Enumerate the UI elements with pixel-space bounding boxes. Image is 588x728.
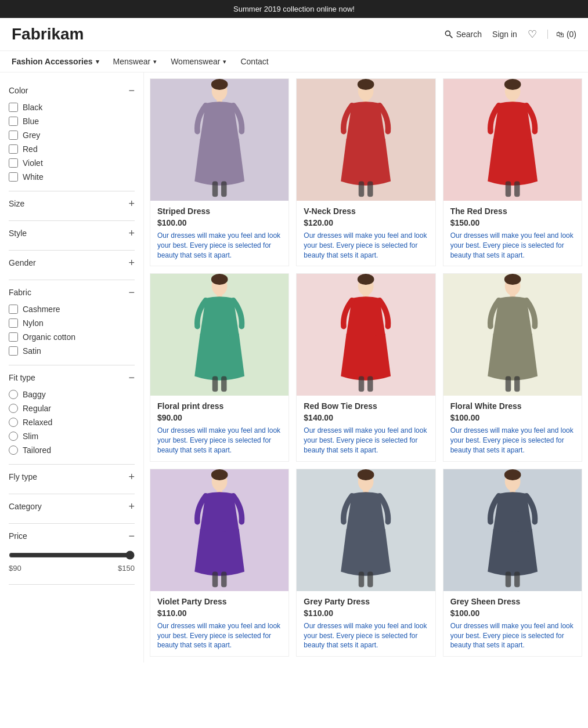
fabric-filter-header[interactable]: Fabric −: [9, 287, 135, 298]
fabric-filter-toggle[interactable]: −: [128, 287, 135, 298]
nav-item-menswear[interactable]: Menswear ▾: [113, 57, 157, 66]
fabric-checkbox-nylon[interactable]: Nylon: [9, 318, 135, 328]
color-checkbox-violet[interactable]: Violet: [9, 158, 135, 168]
gender-filter-header[interactable]: Gender +: [9, 258, 135, 268]
price-filter-toggle[interactable]: −: [128, 531, 135, 541]
dress-figure-svg: [150, 79, 288, 201]
svg-rect-5: [212, 182, 218, 197]
flytype-filter-toggle[interactable]: +: [128, 472, 135, 482]
price-slider-container: $90 $150: [9, 546, 135, 577]
product-price: $90.00: [157, 413, 282, 422]
nav-item-fashion-accessories[interactable]: Fashion Accessories ▾: [12, 57, 99, 66]
product-info: Floral White Dress$100.00Our dresses wil…: [443, 396, 582, 461]
color-checkbox-blue[interactable]: Blue: [9, 117, 135, 126]
product-image-area: [150, 79, 288, 201]
nav-item-label: Contact: [240, 57, 268, 66]
product-card[interactable]: Violet Party Dress$110.00Our dresses wil…: [150, 469, 289, 657]
color-checkbox-input-violet[interactable]: [9, 158, 18, 168]
wishlist-icon[interactable]: ♡: [528, 28, 537, 41]
dress-figure-svg: [297, 274, 435, 396]
fittype-radio-slim[interactable]: Slim: [9, 432, 135, 441]
fittype-radio-input[interactable]: [9, 432, 18, 441]
svg-rect-40: [359, 571, 365, 587]
fittype-option-label: Relaxed: [23, 418, 52, 427]
flytype-filter-header[interactable]: Fly type +: [9, 472, 135, 482]
fittype-radio-input[interactable]: [9, 446, 18, 455]
fittype-radio-baggy[interactable]: Baggy: [9, 390, 135, 399]
fittype-radio-tailored[interactable]: Tailored: [9, 446, 135, 455]
product-name: Floral print dress: [157, 401, 282, 411]
fabric-checkbox-organic-cotton[interactable]: Organic cotton: [9, 332, 135, 342]
nav-item-womenswear[interactable]: Womenswear ▾: [171, 57, 226, 66]
product-card[interactable]: Grey Sheen Dress$100.00Our dresses will …: [443, 469, 582, 657]
color-checkbox-grey[interactable]: Grey: [9, 131, 135, 140]
banner-text: Summer 2019 collection online now!: [233, 5, 355, 13]
color-checkbox-input-red[interactable]: [9, 144, 18, 154]
color-checkbox-red[interactable]: Red: [9, 144, 135, 154]
category-filter-toggle[interactable]: +: [128, 501, 135, 512]
gender-filter-section: Gender +: [9, 251, 135, 280]
svg-point-33: [211, 469, 228, 480]
nav-item-label: Menswear: [113, 57, 151, 66]
color-checkbox-white[interactable]: White: [9, 172, 135, 182]
product-info: Grey Party Dress$110.00Our dresses will …: [297, 591, 435, 656]
svg-point-28: [504, 274, 521, 285]
fittype-filter-toggle[interactable]: −: [128, 372, 135, 383]
price-min: $90: [9, 564, 21, 573]
product-card[interactable]: V-Neck Dress$120.00Our dresses will make…: [296, 78, 435, 266]
fabric-checkbox-cashmere[interactable]: Cashmere: [9, 305, 135, 314]
color-filter-header[interactable]: Color −: [9, 85, 135, 96]
logo[interactable]: Fabrikam: [12, 25, 444, 44]
color-filter-label: Color: [9, 86, 28, 95]
color-checkbox-input-black[interactable]: [9, 103, 18, 112]
size-filter-header[interactable]: Size +: [9, 198, 135, 209]
color-checkbox-input-blue[interactable]: [9, 117, 18, 126]
price-slider[interactable]: [9, 550, 135, 560]
fittype-radio-input[interactable]: [9, 390, 18, 399]
fittype-radio-input[interactable]: [9, 404, 18, 413]
size-filter-toggle[interactable]: +: [128, 198, 135, 209]
product-card[interactable]: Floral print dress$90.00Our dresses will…: [150, 273, 289, 461]
chevron-down-icon: ▾: [153, 58, 157, 66]
svg-point-23: [358, 274, 374, 285]
svg-rect-45: [505, 571, 511, 587]
style-filter-toggle[interactable]: +: [128, 228, 135, 238]
fittype-filter-header[interactable]: Fit type −: [9, 372, 135, 383]
dress-figure-svg: [297, 79, 435, 201]
product-card[interactable]: The Red Dress$150.00Our dresses will mak…: [443, 78, 582, 266]
color-filter-toggle[interactable]: −: [128, 85, 135, 96]
svg-point-8: [358, 79, 374, 90]
nav-item-contact[interactable]: Contact: [240, 57, 268, 66]
color-checkbox-black[interactable]: Black: [9, 103, 135, 112]
fabric-checkbox-input[interactable]: [9, 332, 18, 342]
cart-button[interactable]: 🛍 (0): [547, 30, 576, 39]
gender-filter-toggle[interactable]: +: [128, 258, 135, 268]
svg-rect-15: [505, 182, 511, 197]
product-image-area: [443, 469, 582, 591]
fittype-radio-relaxed[interactable]: Relaxed: [9, 418, 135, 427]
product-card[interactable]: Grey Party Dress$110.00Our dresses will …: [296, 469, 435, 657]
product-price: $110.00: [157, 609, 282, 618]
fabric-checkbox-satin[interactable]: Satin: [9, 346, 135, 356]
nav-item-label: Fashion Accessories: [12, 57, 93, 66]
fabric-checkbox-input[interactable]: [9, 318, 18, 328]
product-price: $100.00: [157, 218, 282, 227]
fabric-checkbox-input[interactable]: [9, 305, 18, 314]
category-filter-header[interactable]: Category +: [9, 501, 135, 512]
style-filter-header[interactable]: Style +: [9, 228, 135, 238]
product-card[interactable]: Striped Dress$100.00Our dresses will mak…: [150, 78, 289, 266]
fittype-radio-regular[interactable]: Regular: [9, 404, 135, 413]
color-checkbox-input-white[interactable]: [9, 172, 18, 182]
fabric-checkbox-input[interactable]: [9, 346, 18, 356]
signin-link[interactable]: Sign in: [492, 30, 517, 39]
fittype-filter-options: BaggyRegularRelaxedSlimTailored: [9, 387, 135, 457]
fittype-option-label: Regular: [23, 404, 51, 413]
price-filter-header[interactable]: Price −: [9, 531, 135, 541]
product-card[interactable]: Floral White Dress$100.00Our dresses wil…: [443, 273, 582, 461]
fittype-option-label: Tailored: [23, 446, 51, 455]
product-image-area: [297, 274, 435, 396]
color-checkbox-input-grey[interactable]: [9, 131, 18, 140]
product-card[interactable]: Red Bow Tie Dress$140.00Our dresses will…: [296, 273, 435, 461]
fittype-radio-input[interactable]: [9, 418, 18, 427]
search-button[interactable]: Search: [444, 30, 482, 39]
